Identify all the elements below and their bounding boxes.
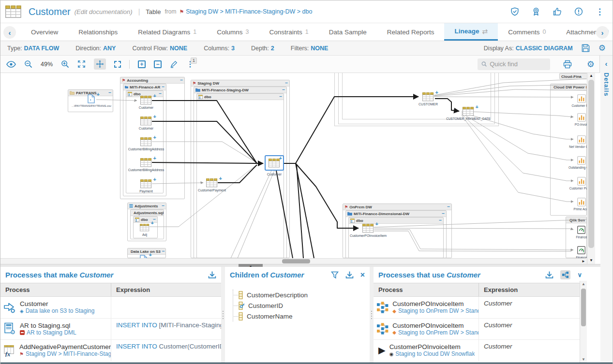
scroll-up-arrow-icon[interactable]: ▲ [587, 73, 595, 78]
filter-type[interactable]: Type:DATA FLOW [7, 45, 59, 52]
filter-columns[interactable]: Columns:3 [204, 45, 235, 52]
tab-constraints[interactable]: Constraints1 [259, 23, 319, 41]
expand-all-button[interactable]: + [138, 60, 146, 68]
tab-related-reports[interactable]: Related Reports [377, 23, 445, 41]
use-panel-scrollbar[interactable]: ▲ ▼ [580, 281, 587, 363]
download-icon[interactable] [208, 271, 216, 279]
alert-circle-icon[interactable] [574, 7, 583, 16]
node-customer-payment-date[interactable]: + CUSTOMER_PAYMENT_DATE [463, 107, 474, 116]
table-row[interactable]: Customer ◈Data lake on S3 to Staging [0, 297, 221, 319]
fit-to-screen-icon[interactable] [77, 60, 86, 68]
tab-data-sample[interactable]: Data Sample [319, 23, 377, 41]
save-icon[interactable] [582, 44, 590, 52]
node-customer-billing-address-1[interactable]: + CustomerBillingAddress [140, 137, 152, 146]
tabs-scroll-left-button[interactable]: ‹ [3, 26, 16, 39]
table-row[interactable]: CustomerPOInvoiceItem ◆Staging to OnPrem… [374, 319, 587, 340]
shield-check-icon[interactable] [510, 7, 519, 16]
node-paytrans-csv[interactable]: + ...\PAYTRANS\PAYTRANS.csv [88, 94, 95, 103]
table-row[interactable]: AddNegativePaymentCustomers ⚑Staging DW … [0, 340, 221, 362]
pan-tool-button[interactable] [94, 58, 106, 70]
highlighter-icon[interactable] [170, 60, 178, 68]
table-row[interactable]: AR to Staging.sql AR to Staging DML INSE… [0, 319, 221, 340]
more-options-icon[interactable]: ⋮1 [186, 59, 194, 69]
edit-documentation-link[interactable]: (Edit documentation) [75, 8, 133, 15]
canvas-horizontal-scrollbar[interactable]: ► [0, 258, 587, 264]
zoom-level[interactable]: 49% [41, 61, 53, 68]
quick-find-input[interactable] [490, 60, 546, 68]
node-customer-selected[interactable]: + Customer [265, 155, 284, 171]
node-customer-ar-2[interactable]: + Customer [140, 116, 152, 126]
table-icon [463, 107, 474, 116]
tab-lineage[interactable]: Lineage⇄ [444, 23, 498, 41]
node-customer-ar-1[interactable]: + Customer [140, 96, 152, 105]
table-row[interactable]: ▶ CustomerPOInvoiceItem ◉Staging to Clou… [374, 340, 587, 362]
node-report-po-invoice[interactable]: PO-Invoic [577, 113, 586, 122]
award-icon[interactable] [532, 7, 540, 16]
canvas-vertical-scrollbar[interactable]: ▲ ▼ [587, 73, 595, 264]
close-icon[interactable]: × [360, 271, 365, 279]
column-icon [239, 312, 243, 320]
thumbs-up-icon[interactable] [553, 7, 562, 16]
node-qlik-finance-1[interactable]: Finance [577, 225, 586, 234]
scroll-thumb[interactable] [581, 289, 586, 326]
panel-splitter[interactable] [221, 267, 225, 363]
horizontal-scroll-thumb[interactable] [282, 259, 310, 263]
node-report-customer-purchase[interactable]: Customer Purcha [577, 176, 586, 186]
marquee-select-icon[interactable] [114, 61, 121, 68]
visibility-eye-icon[interactable] [6, 61, 16, 68]
scroll-up-arrow-icon[interactable]: ▲ [580, 282, 587, 286]
print-icon[interactable] [563, 60, 572, 69]
list-item[interactable]: CustomerName [230, 311, 370, 321]
node-report-prime-acco[interactable]: Prime Acco [577, 197, 586, 206]
node-customer-po-invoice-item[interactable]: + CustomerPOInvoiceItem [362, 224, 374, 233]
node-report-customer-pay[interactable]: Customer Pay [577, 94, 586, 103]
panel-splitter[interactable] [370, 267, 374, 363]
node-customer-payment[interactable]: + CustomerPayment [206, 178, 218, 188]
vertical-scroll-thumb[interactable] [588, 80, 594, 248]
node-payment[interactable]: + Payment [140, 179, 152, 189]
node-report-outstanding[interactable]: Outstanding Custo [577, 156, 586, 165]
filter-funnel-icon[interactable] [331, 271, 339, 279]
diagram-settings-gear-icon[interactable]: ⚙ [587, 59, 595, 70]
scroll-down-arrow-icon[interactable]: ▼ [587, 258, 595, 262]
filter-filters[interactable]: Filters:NONE [291, 45, 329, 52]
filter-depth[interactable]: Depth:2 [251, 45, 274, 52]
table-row[interactable]: CustomerPOInvoiceItem ◆Staging to OnPrem… [374, 297, 587, 319]
expand-details-chevron-icon[interactable]: ‹ [605, 59, 608, 68]
tabs-scroll-right-button[interactable]: › [596, 26, 609, 39]
mapping-diamond-icon: ◆ [392, 308, 396, 314]
settings-gear-icon[interactable]: ⚙ [598, 43, 606, 53]
list-item[interactable]: CustomerDescription [230, 290, 370, 300]
from-label: from [164, 8, 176, 15]
compare-icon: ⇄ [482, 28, 488, 35]
download-icon[interactable] [545, 271, 553, 279]
node-report-net-vendor[interactable]: Net Vendor Custo [577, 135, 586, 144]
node-adj[interactable]: + Adj [140, 223, 150, 232]
tree-view-toggle[interactable] [560, 270, 570, 279]
node-data-lake-file[interactable]: + [140, 255, 148, 258]
collapse-all-button[interactable]: − [154, 60, 162, 68]
filter-control-flow[interactable]: Control Flow:NONE [132, 45, 187, 52]
tab-relationships[interactable]: Relationships [68, 23, 128, 41]
node-customer-cloud[interactable]: + CUSTOMER [422, 92, 434, 102]
node-qlik-finance-2[interactable]: Finance [577, 246, 586, 255]
breadcrumb[interactable]: Staging DW > MITI-Finance-Staging-DW > d… [186, 8, 312, 15]
tab-overview[interactable]: Overview [21, 23, 68, 41]
chevron-down-icon[interactable]: ∨ [577, 271, 582, 278]
download-icon[interactable] [345, 271, 354, 279]
list-item[interactable]: CustomerID [230, 300, 370, 311]
scroll-down-arrow-icon[interactable]: ▼ [580, 357, 587, 362]
filter-direction[interactable]: Direction:ANY [75, 45, 116, 52]
tab-columns[interactable]: Columns3 [207, 23, 259, 41]
details-panel-collapsed[interactable]: ‹ Details [599, 56, 613, 363]
display-as-selector[interactable]: Display As:CLASSIC DIAGRAM [484, 45, 573, 52]
zoom-in-icon[interactable] [61, 60, 69, 68]
node-customer-billing-address-2[interactable]: + CustomerBillingAddress [140, 158, 152, 167]
tab-bar: ‹ Overview Relationships Related Diagram… [0, 23, 613, 41]
zoom-out-icon[interactable] [24, 60, 32, 68]
kebab-menu-icon[interactable]: ⋮ [596, 7, 604, 17]
tab-comments[interactable]: Comments0 [498, 23, 556, 41]
tab-related-diagrams[interactable]: Related Diagrams1 [128, 23, 207, 41]
lineage-filter-bar: Type:DATA FLOW Direction:ANY Control Flo… [0, 41, 613, 56]
lineage-diagram-canvas[interactable]: ⚑Accounting− MITI-Finance-AR− dbo− PAYTR… [0, 73, 587, 258]
